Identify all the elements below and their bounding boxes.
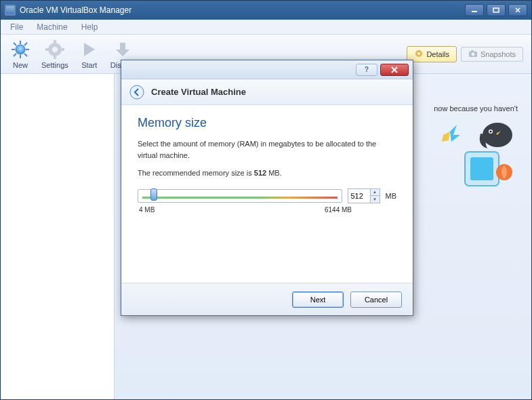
slider-thumb[interactable]	[150, 188, 157, 201]
dialog-header: Create Virtual Machine	[121, 79, 413, 105]
svg-rect-26	[470, 157, 493, 180]
memory-spinner[interactable]: ▲ ▼	[348, 188, 380, 203]
svg-line-9	[14, 54, 16, 56]
start-arrow-icon	[79, 39, 100, 60]
start-button[interactable]: Start	[74, 38, 105, 71]
dialog-titlebar[interactable]: ?	[121, 60, 413, 79]
svg-rect-1	[493, 8, 499, 12]
memory-slider[interactable]	[138, 189, 342, 203]
menu-machine[interactable]: Machine	[30, 21, 74, 33]
svg-rect-21	[471, 50, 474, 52]
dialog-footer: Next Cancel	[121, 283, 413, 315]
svg-rect-15	[45, 48, 49, 51]
welcome-decor	[436, 115, 518, 203]
dialog-close-button[interactable]	[380, 64, 409, 76]
svg-point-10	[16, 45, 25, 54]
main-titlebar: Oracle VM VirtualBox Manager	[1, 1, 531, 20]
dialog-help-button[interactable]: ?	[356, 64, 377, 76]
details-gear-icon	[414, 49, 424, 60]
svg-line-7	[24, 54, 27, 56]
settings-button[interactable]: Settings	[36, 38, 74, 71]
svg-line-6	[14, 43, 16, 45]
back-icon[interactable]	[129, 85, 144, 100]
svg-point-28	[130, 85, 144, 99]
snapshots-button[interactable]: Snapshots	[461, 47, 523, 62]
create-vm-dialog: ? Create Virtual Machine Memory size Sel…	[121, 60, 413, 316]
menu-help[interactable]: Help	[75, 21, 105, 33]
slider-max-label: 6144 MB	[325, 206, 352, 214]
sun-new-icon	[10, 39, 30, 60]
gear-icon	[45, 39, 65, 60]
slider-min-label: 4 MB	[139, 206, 155, 214]
svg-point-12	[52, 47, 58, 52]
svg-point-24	[490, 131, 492, 133]
cancel-button[interactable]: Cancel	[350, 292, 402, 308]
window-title: Oracle VM VirtualBox Manager	[20, 5, 465, 15]
details-button[interactable]: Details	[407, 46, 457, 62]
svg-line-8	[24, 43, 27, 45]
vm-list-sidebar[interactable]	[1, 74, 115, 399]
dialog-recommended: The recommended memory size is 512 MB.	[138, 167, 396, 179]
virtualbox-icon	[5, 5, 16, 16]
svg-rect-13	[54, 40, 56, 44]
slider-range-labels: 4 MB 6144 MB	[138, 206, 353, 214]
menu-file[interactable]: File	[3, 21, 30, 33]
svg-rect-0	[472, 11, 477, 12]
new-label: New	[13, 61, 28, 69]
spinner-down[interactable]: ▼	[371, 196, 380, 203]
svg-point-18	[417, 52, 420, 55]
recommended-suffix: MB.	[266, 169, 282, 177]
next-button[interactable]: Next	[292, 292, 344, 308]
camera-icon	[468, 49, 478, 59]
recommended-prefix: The recommended memory size is	[138, 169, 254, 177]
discard-arrow-icon	[112, 39, 133, 60]
welcome-hint: now because you haven't	[434, 104, 518, 113]
recommended-value: 512	[254, 169, 266, 177]
details-label: Details	[426, 50, 449, 58]
svg-rect-16	[60, 48, 64, 51]
dialog-heading: Memory size	[138, 116, 396, 130]
settings-label: Settings	[41, 61, 68, 69]
maximize-button[interactable]	[487, 4, 506, 16]
memory-slider-row: ▲ ▼ MB	[138, 188, 396, 203]
dialog-description: Select the amount of memory (RAM) in meg…	[138, 138, 396, 161]
svg-point-20	[472, 52, 475, 56]
unit-label: MB	[386, 192, 397, 200]
close-button[interactable]	[508, 4, 527, 16]
spinner-up[interactable]: ▲	[371, 189, 380, 197]
new-button[interactable]: New	[5, 38, 36, 71]
minimize-button[interactable]	[465, 4, 484, 16]
window-controls	[465, 4, 527, 16]
svg-rect-14	[54, 55, 56, 59]
snapshots-label: Snapshots	[480, 50, 516, 58]
dialog-header-title: Create Virtual Machine	[151, 87, 246, 97]
menubar: File Machine Help	[1, 20, 531, 35]
start-label: Start	[81, 61, 97, 69]
memory-input[interactable]	[348, 192, 370, 200]
dialog-body: Memory size Select the amount of memory …	[121, 105, 413, 283]
